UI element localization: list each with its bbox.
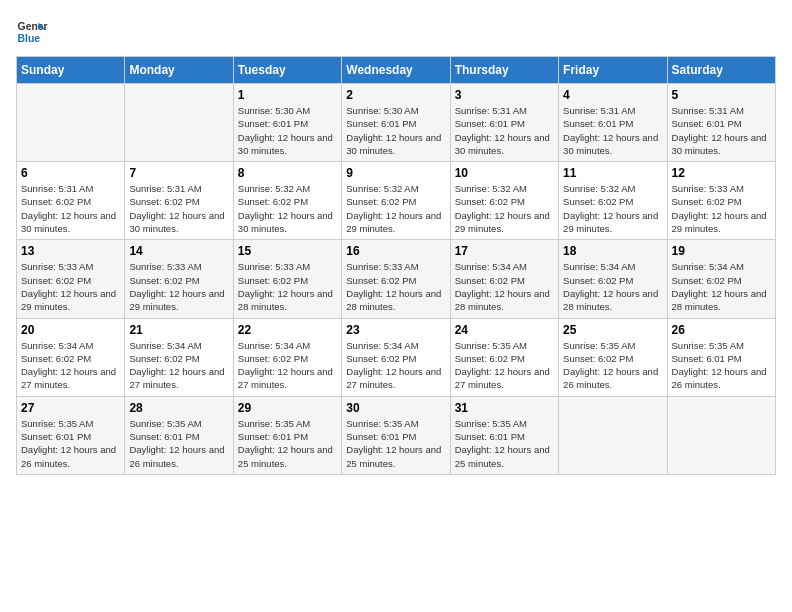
- day-cell: 21Sunrise: 5:34 AM Sunset: 6:02 PM Dayli…: [125, 318, 233, 396]
- day-cell: 17Sunrise: 5:34 AM Sunset: 6:02 PM Dayli…: [450, 240, 558, 318]
- day-number: 26: [672, 323, 771, 337]
- day-cell: 2Sunrise: 5:30 AM Sunset: 6:01 PM Daylig…: [342, 84, 450, 162]
- day-cell: 8Sunrise: 5:32 AM Sunset: 6:02 PM Daylig…: [233, 162, 341, 240]
- day-detail: Sunrise: 5:35 AM Sunset: 6:02 PM Dayligh…: [563, 339, 662, 392]
- day-number: 8: [238, 166, 337, 180]
- day-cell: 19Sunrise: 5:34 AM Sunset: 6:02 PM Dayli…: [667, 240, 775, 318]
- day-number: 18: [563, 244, 662, 258]
- day-detail: Sunrise: 5:33 AM Sunset: 6:02 PM Dayligh…: [238, 260, 337, 313]
- day-cell: [667, 396, 775, 474]
- day-number: 7: [129, 166, 228, 180]
- day-detail: Sunrise: 5:34 AM Sunset: 6:02 PM Dayligh…: [672, 260, 771, 313]
- day-detail: Sunrise: 5:30 AM Sunset: 6:01 PM Dayligh…: [238, 104, 337, 157]
- day-cell: 3Sunrise: 5:31 AM Sunset: 6:01 PM Daylig…: [450, 84, 558, 162]
- day-header-tuesday: Tuesday: [233, 57, 341, 84]
- day-number: 2: [346, 88, 445, 102]
- day-number: 21: [129, 323, 228, 337]
- day-cell: 24Sunrise: 5:35 AM Sunset: 6:02 PM Dayli…: [450, 318, 558, 396]
- day-cell: 29Sunrise: 5:35 AM Sunset: 6:01 PM Dayli…: [233, 396, 341, 474]
- day-number: 14: [129, 244, 228, 258]
- day-cell: 22Sunrise: 5:34 AM Sunset: 6:02 PM Dayli…: [233, 318, 341, 396]
- day-detail: Sunrise: 5:35 AM Sunset: 6:01 PM Dayligh…: [672, 339, 771, 392]
- day-number: 31: [455, 401, 554, 415]
- day-number: 25: [563, 323, 662, 337]
- day-number: 5: [672, 88, 771, 102]
- day-detail: Sunrise: 5:34 AM Sunset: 6:02 PM Dayligh…: [129, 339, 228, 392]
- day-cell: 11Sunrise: 5:32 AM Sunset: 6:02 PM Dayli…: [559, 162, 667, 240]
- day-detail: Sunrise: 5:34 AM Sunset: 6:02 PM Dayligh…: [346, 339, 445, 392]
- day-number: 11: [563, 166, 662, 180]
- day-cell: 6Sunrise: 5:31 AM Sunset: 6:02 PM Daylig…: [17, 162, 125, 240]
- day-number: 29: [238, 401, 337, 415]
- day-number: 4: [563, 88, 662, 102]
- day-number: 6: [21, 166, 120, 180]
- day-detail: Sunrise: 5:33 AM Sunset: 6:02 PM Dayligh…: [672, 182, 771, 235]
- day-detail: Sunrise: 5:35 AM Sunset: 6:01 PM Dayligh…: [346, 417, 445, 470]
- day-cell: 4Sunrise: 5:31 AM Sunset: 6:01 PM Daylig…: [559, 84, 667, 162]
- calendar-table: SundayMondayTuesdayWednesdayThursdayFrid…: [16, 56, 776, 475]
- day-number: 30: [346, 401, 445, 415]
- day-cell: 20Sunrise: 5:34 AM Sunset: 6:02 PM Dayli…: [17, 318, 125, 396]
- day-number: 16: [346, 244, 445, 258]
- header: General Blue: [16, 16, 776, 48]
- day-detail: Sunrise: 5:32 AM Sunset: 6:02 PM Dayligh…: [563, 182, 662, 235]
- day-number: 20: [21, 323, 120, 337]
- svg-text:Blue: Blue: [18, 33, 41, 44]
- day-cell: 15Sunrise: 5:33 AM Sunset: 6:02 PM Dayli…: [233, 240, 341, 318]
- day-detail: Sunrise: 5:31 AM Sunset: 6:02 PM Dayligh…: [129, 182, 228, 235]
- week-row-2: 6Sunrise: 5:31 AM Sunset: 6:02 PM Daylig…: [17, 162, 776, 240]
- day-number: 10: [455, 166, 554, 180]
- day-number: 12: [672, 166, 771, 180]
- day-cell: 18Sunrise: 5:34 AM Sunset: 6:02 PM Dayli…: [559, 240, 667, 318]
- day-number: 13: [21, 244, 120, 258]
- day-header-thursday: Thursday: [450, 57, 558, 84]
- logo-icon: General Blue: [16, 16, 48, 48]
- day-number: 28: [129, 401, 228, 415]
- day-number: 1: [238, 88, 337, 102]
- day-detail: Sunrise: 5:33 AM Sunset: 6:02 PM Dayligh…: [21, 260, 120, 313]
- day-number: 23: [346, 323, 445, 337]
- day-detail: Sunrise: 5:31 AM Sunset: 6:02 PM Dayligh…: [21, 182, 120, 235]
- day-cell: [125, 84, 233, 162]
- day-number: 27: [21, 401, 120, 415]
- day-detail: Sunrise: 5:32 AM Sunset: 6:02 PM Dayligh…: [238, 182, 337, 235]
- day-detail: Sunrise: 5:35 AM Sunset: 6:01 PM Dayligh…: [21, 417, 120, 470]
- day-cell: 27Sunrise: 5:35 AM Sunset: 6:01 PM Dayli…: [17, 396, 125, 474]
- day-cell: 28Sunrise: 5:35 AM Sunset: 6:01 PM Dayli…: [125, 396, 233, 474]
- week-row-3: 13Sunrise: 5:33 AM Sunset: 6:02 PM Dayli…: [17, 240, 776, 318]
- day-header-monday: Monday: [125, 57, 233, 84]
- day-cell: 14Sunrise: 5:33 AM Sunset: 6:02 PM Dayli…: [125, 240, 233, 318]
- day-number: 9: [346, 166, 445, 180]
- day-number: 17: [455, 244, 554, 258]
- day-detail: Sunrise: 5:34 AM Sunset: 6:02 PM Dayligh…: [455, 260, 554, 313]
- day-detail: Sunrise: 5:31 AM Sunset: 6:01 PM Dayligh…: [455, 104, 554, 157]
- day-cell: 16Sunrise: 5:33 AM Sunset: 6:02 PM Dayli…: [342, 240, 450, 318]
- day-detail: Sunrise: 5:31 AM Sunset: 6:01 PM Dayligh…: [563, 104, 662, 157]
- day-detail: Sunrise: 5:32 AM Sunset: 6:02 PM Dayligh…: [455, 182, 554, 235]
- day-detail: Sunrise: 5:35 AM Sunset: 6:02 PM Dayligh…: [455, 339, 554, 392]
- day-detail: Sunrise: 5:32 AM Sunset: 6:02 PM Dayligh…: [346, 182, 445, 235]
- day-cell: 30Sunrise: 5:35 AM Sunset: 6:01 PM Dayli…: [342, 396, 450, 474]
- day-number: 19: [672, 244, 771, 258]
- day-detail: Sunrise: 5:35 AM Sunset: 6:01 PM Dayligh…: [238, 417, 337, 470]
- day-cell: 5Sunrise: 5:31 AM Sunset: 6:01 PM Daylig…: [667, 84, 775, 162]
- day-detail: Sunrise: 5:34 AM Sunset: 6:02 PM Dayligh…: [21, 339, 120, 392]
- day-cell: 25Sunrise: 5:35 AM Sunset: 6:02 PM Dayli…: [559, 318, 667, 396]
- day-cell: 9Sunrise: 5:32 AM Sunset: 6:02 PM Daylig…: [342, 162, 450, 240]
- day-cell: 26Sunrise: 5:35 AM Sunset: 6:01 PM Dayli…: [667, 318, 775, 396]
- svg-text:General: General: [18, 21, 48, 32]
- day-detail: Sunrise: 5:35 AM Sunset: 6:01 PM Dayligh…: [129, 417, 228, 470]
- days-header-row: SundayMondayTuesdayWednesdayThursdayFrid…: [17, 57, 776, 84]
- day-header-friday: Friday: [559, 57, 667, 84]
- day-detail: Sunrise: 5:30 AM Sunset: 6:01 PM Dayligh…: [346, 104, 445, 157]
- day-header-sunday: Sunday: [17, 57, 125, 84]
- day-cell: [559, 396, 667, 474]
- day-cell: 10Sunrise: 5:32 AM Sunset: 6:02 PM Dayli…: [450, 162, 558, 240]
- day-detail: Sunrise: 5:33 AM Sunset: 6:02 PM Dayligh…: [346, 260, 445, 313]
- day-cell: 23Sunrise: 5:34 AM Sunset: 6:02 PM Dayli…: [342, 318, 450, 396]
- day-number: 24: [455, 323, 554, 337]
- day-detail: Sunrise: 5:34 AM Sunset: 6:02 PM Dayligh…: [238, 339, 337, 392]
- week-row-5: 27Sunrise: 5:35 AM Sunset: 6:01 PM Dayli…: [17, 396, 776, 474]
- day-cell: [17, 84, 125, 162]
- day-detail: Sunrise: 5:31 AM Sunset: 6:01 PM Dayligh…: [672, 104, 771, 157]
